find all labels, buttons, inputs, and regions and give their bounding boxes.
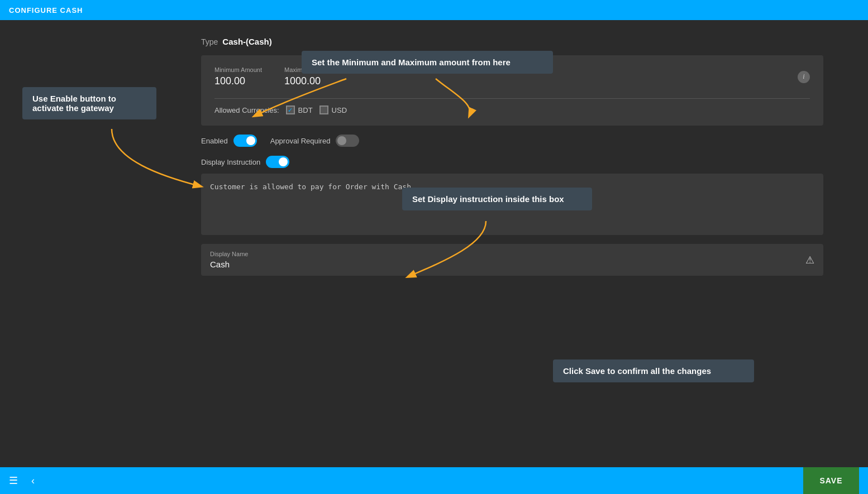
bottom-bar: ☰ ‹ SAVE [0,467,868,494]
display-name-label: Display Name [210,251,814,257]
save-button[interactable]: SAVE [803,467,859,494]
approval-label: Approval Required [270,137,331,145]
usd-checkbox[interactable] [319,105,328,114]
approval-toggle[interactable] [336,135,359,147]
divider [214,98,810,99]
min-amount-label: Minimum Amount [214,66,262,73]
top-bar: CONFIGURE CASH [0,0,868,20]
usd-checkbox-item[interactable]: USD [319,105,347,114]
main-content: Use Enable button to activate the gatewa… [0,20,868,309]
max-amount-value: 1000.00 [284,75,333,87]
display-instruction-toggle[interactable] [266,156,289,168]
tooltip-enable: Use Enable button to activate the gatewa… [22,87,156,119]
approval-toggle-item: Approval Required [270,135,360,147]
bdt-label: BDT [298,106,313,114]
type-label: Type [201,37,218,46]
warning-icon: ⚠ [805,254,814,266]
bdt-checkbox[interactable] [286,105,295,114]
display-name-value: Cash [210,260,814,269]
display-name-panel[interactable]: Display Name Cash ⚠ [201,244,823,276]
min-amount-field[interactable]: Minimum Amount 100.00 [214,66,262,87]
tooltip-save: Click Save to confirm all the changes [553,359,754,382]
currencies-label: Allowed Currencies: [214,106,279,114]
back-icon[interactable]: ‹ [31,475,35,487]
bottom-bar-left: ☰ ‹ [9,474,35,487]
info-icon[interactable]: i [798,71,810,83]
enabled-toggle[interactable] [233,135,257,147]
type-value: Cash-(Cash) [222,37,271,46]
toggle-row: Enabled Approval Required [201,135,846,147]
currencies-row: Allowed Currencies: BDT USD [214,105,810,114]
enabled-label: Enabled [201,137,228,145]
bdt-checkbox-item[interactable]: BDT [286,105,313,114]
usd-label: USD [332,106,347,114]
display-instruction-row: Display Instruction [201,156,846,168]
menu-icon[interactable]: ☰ [9,474,18,487]
tooltip-minmax: Set the Minimum and Maximum amount from … [302,51,553,74]
enabled-toggle-item: Enabled [201,135,257,147]
display-instruction-label: Display Instruction [201,158,260,166]
min-amount-value: 100.00 [214,75,262,87]
top-bar-title: CONFIGURE CASH [9,6,83,15]
tooltip-display: Set Display instruction inside this box [402,188,592,210]
type-row: Type Cash-(Cash) [201,37,846,46]
